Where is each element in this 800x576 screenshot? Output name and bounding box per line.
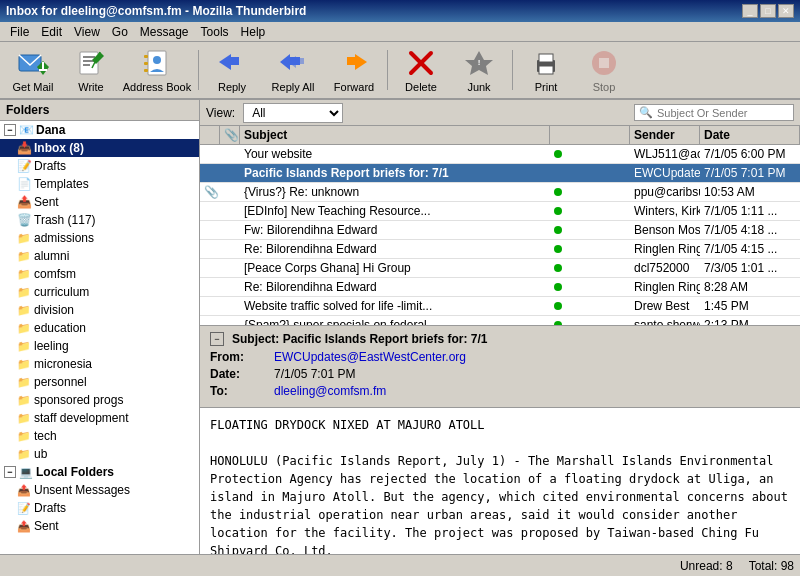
sidebar-item-inbox[interactable]: 📥 Inbox (8) <box>0 139 199 157</box>
sidebar-item-leeling[interactable]: 📁 leeling <box>0 337 199 355</box>
email-subject: {Virus?} Re: unknown <box>240 183 550 201</box>
admissions-icon: 📁 <box>16 230 32 246</box>
micronesia-icon: 📁 <box>16 356 32 372</box>
comfsm-icon: 📁 <box>16 266 32 282</box>
maximize-button[interactable]: □ <box>760 4 776 18</box>
sidebar-item-templates[interactable]: 📄 Templates <box>0 175 199 193</box>
col-status[interactable] <box>200 126 220 144</box>
menu-tools[interactable]: Tools <box>195 23 235 41</box>
sidebar-item-micronesia[interactable]: 📁 micronesia <box>0 355 199 373</box>
search-input[interactable] <box>657 107 777 119</box>
from-row: From: EWCUpdates@EastWestCenter.org <box>210 350 790 364</box>
sidebar-item-sent[interactable]: 📤 Sent <box>0 193 199 211</box>
local-sent-label: Sent <box>34 519 59 533</box>
menu-help[interactable]: Help <box>235 23 272 41</box>
sidebar-item-staff-development[interactable]: 📁 staff development <box>0 409 199 427</box>
email-sender: Ringlen Ringlen <box>630 278 700 296</box>
email-row[interactable]: [Peace Corps Ghana] Hi Group dcl752000 7… <box>200 259 800 278</box>
print-button[interactable]: Print <box>519 45 573 95</box>
email-subject: [EDInfo] New Teaching Resource... <box>240 202 550 220</box>
sidebar-item-personnel[interactable]: 📁 personnel <box>0 373 199 391</box>
trash-icon: 🗑️ <box>16 212 32 228</box>
email-flag <box>220 316 240 326</box>
folder-dana[interactable]: − 📧 Dana <box>0 121 199 139</box>
menu-edit[interactable]: Edit <box>35 23 68 41</box>
email-row[interactable]: 📎 {Virus?} Re: unknown ppu@caribsurf.com… <box>200 183 800 202</box>
email-flag <box>220 259 240 277</box>
to-row: To: dleeling@comfsm.fm <box>210 384 790 398</box>
dana-expander[interactable]: − <box>4 124 16 136</box>
to-link[interactable]: dleeling@comfsm.fm <box>274 384 386 398</box>
junk-label: Junk <box>467 81 490 93</box>
email-flag <box>220 297 240 315</box>
sidebar-item-drafts[interactable]: 📝 Drafts <box>0 157 199 175</box>
sidebar-item-local-sent[interactable]: 📤 Sent <box>0 517 199 535</box>
col-subject[interactable]: Subject <box>240 126 550 144</box>
email-flag <box>220 145 240 163</box>
unread-count: Unread: 8 <box>680 559 733 573</box>
ub-label: ub <box>34 447 47 461</box>
reply-button[interactable]: Reply <box>205 45 259 95</box>
email-date: 8:28 AM <box>700 278 800 296</box>
svg-rect-13 <box>144 69 148 72</box>
sidebar-item-trash[interactable]: 🗑️ Trash (117) <box>0 211 199 229</box>
minimize-button[interactable]: _ <box>742 4 758 18</box>
email-row[interactable]: Your website WLJ511@aol.com 7/1/05 6:00 … <box>200 145 800 164</box>
col-sender[interactable]: Sender <box>630 126 700 144</box>
write-label: Write <box>78 81 103 93</box>
col-date[interactable]: Date <box>700 126 800 144</box>
sidebar-item-ub[interactable]: 📁 ub <box>0 445 199 463</box>
email-date: 2:13 PM <box>700 316 800 326</box>
email-row[interactable]: Re: Bilorendihna Edward Ringlen Ringlen … <box>200 278 800 297</box>
print-label: Print <box>535 81 558 93</box>
sidebar-item-sponsored-progs[interactable]: 📁 sponsored progs <box>0 391 199 409</box>
local-expander[interactable]: − <box>4 466 16 478</box>
email-row[interactable]: {Spam?} super specials on federal... san… <box>200 316 800 326</box>
education-icon: 📁 <box>16 320 32 336</box>
toolbar: Get Mail Write Address B <box>0 42 800 100</box>
sidebar-item-division[interactable]: 📁 division <box>0 301 199 319</box>
menu-view[interactable]: View <box>68 23 106 41</box>
email-dot <box>550 278 630 296</box>
from-link[interactable]: EWCUpdates@EastWestCenter.org <box>274 350 466 364</box>
email-row[interactable]: Website traffic solved for life -limit..… <box>200 297 800 316</box>
sidebar-item-tech[interactable]: 📁 tech <box>0 427 199 445</box>
email-row[interactable]: Fw: Bilorendihna Edward Benson Moses 7/1… <box>200 221 800 240</box>
get-mail-button[interactable]: Get Mail <box>6 45 60 95</box>
write-button[interactable]: Write <box>64 45 118 95</box>
ub-icon: 📁 <box>16 446 32 462</box>
sidebar-item-admissions[interactable]: 📁 admissions <box>0 229 199 247</box>
stop-button[interactable]: Stop <box>577 45 631 95</box>
close-button[interactable]: ✕ <box>778 4 794 18</box>
email-sender: Benson Moses <box>630 221 700 239</box>
comfsm-label: comfsm <box>34 267 76 281</box>
email-row[interactable]: Re: Bilorendihna Edward Ringlen Ringlen … <box>200 240 800 259</box>
delete-button[interactable]: Delete <box>394 45 448 95</box>
sidebar-item-alumni[interactable]: 📁 alumni <box>0 247 199 265</box>
email-row[interactable]: Pacific Islands Report briefs for: 7/1 E… <box>200 164 800 183</box>
email-date: 7/1/05 4:15 ... <box>700 240 800 258</box>
menu-message[interactable]: Message <box>134 23 195 41</box>
sidebar-item-comfsm[interactable]: 📁 comfsm <box>0 265 199 283</box>
forward-button[interactable]: Forward <box>327 45 381 95</box>
col-flag[interactable]: 📎 <box>220 126 240 144</box>
sidebar-item-curriculum[interactable]: 📁 curriculum <box>0 283 199 301</box>
folder-local[interactable]: − 💻 Local Folders <box>0 463 199 481</box>
email-row[interactable]: [EDInfo] New Teaching Resource... Winter… <box>200 202 800 221</box>
sidebar-item-local-drafts[interactable]: 📝 Drafts <box>0 499 199 517</box>
to-prefix: To: <box>210 384 270 398</box>
sidebar-item-unsent[interactable]: 📤 Unsent Messages <box>0 481 199 499</box>
menu-file[interactable]: File <box>4 23 35 41</box>
collapse-button[interactable]: − <box>210 332 224 346</box>
view-select[interactable]: All Unread Starred <box>243 103 343 123</box>
address-book-button[interactable]: Address Book <box>122 45 192 95</box>
date-prefix: Date: <box>210 367 270 381</box>
menu-go[interactable]: Go <box>106 23 134 41</box>
reply-all-button[interactable]: Reply All <box>263 45 323 95</box>
svg-rect-24 <box>539 54 553 62</box>
dana-icon: 📧 <box>18 122 34 138</box>
sidebar-item-education[interactable]: 📁 education <box>0 319 199 337</box>
junk-button[interactable]: ! Junk <box>452 45 506 95</box>
email-dot <box>550 316 630 326</box>
email-dot <box>550 164 630 182</box>
